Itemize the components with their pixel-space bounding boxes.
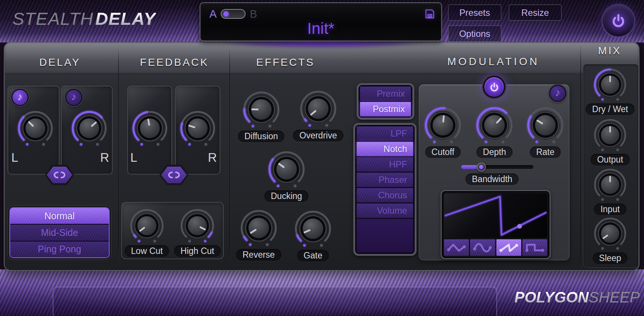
output-unit: Output — [591, 117, 629, 166]
dry-wet-knob[interactable] — [592, 67, 628, 103]
preset-name[interactable]: Init* — [200, 20, 441, 38]
delay-time-right-knob[interactable] — [70, 109, 109, 148]
modulation-tempo-sync-note-icon[interactable]: ♪ — [549, 85, 566, 102]
footer-info-box — [53, 287, 497, 316]
feedback-right-knob[interactable] — [178, 109, 217, 148]
low-cut-knob[interactable] — [128, 207, 166, 245]
feedback-right-label: R — [208, 150, 217, 165]
output-label: Output — [591, 154, 629, 166]
master-power-button[interactable] — [603, 5, 634, 36]
reverse-unit: Reverse — [236, 208, 281, 261]
gate-knob[interactable] — [293, 208, 333, 249]
low-cut-unit: Low Cut — [125, 207, 169, 257]
high-cut-knob[interactable] — [179, 207, 216, 245]
filter-notch[interactable]: Notch — [357, 142, 413, 156]
lfo-shape-row — [444, 239, 547, 256]
output-knob[interactable] — [592, 117, 628, 153]
dry-wet-label: Dry / Wet — [586, 103, 634, 115]
filter-list-filler — [357, 219, 413, 252]
low-cut-label: Low Cut — [125, 245, 169, 257]
ab-toggle[interactable] — [221, 9, 246, 19]
bandwidth-label: Bandwidth — [465, 173, 519, 185]
filter-type-selector: LPF Notch HPF Phaser Chorus Volume — [353, 123, 417, 256]
feedback-left-knob[interactable] — [130, 109, 169, 148]
routing-selector: Premix Postmix — [357, 83, 414, 120]
gate-label: Gate — [297, 250, 329, 261]
filter-chorus[interactable]: Chorus — [357, 188, 413, 202]
cutoff-unit: Cutoff — [423, 105, 463, 158]
filter-hpf[interactable]: HPF — [357, 157, 413, 172]
options-button[interactable]: Options — [448, 26, 501, 42]
sleep-knob[interactable] — [592, 216, 628, 252]
filter-volume[interactable]: Volume — [357, 204, 413, 218]
slider-track — [461, 165, 533, 169]
input-knob[interactable] — [592, 167, 628, 203]
rate-knob[interactable] — [525, 105, 566, 146]
high-cut-label: High Cut — [174, 245, 220, 257]
brand-sheep: SHEEP — [589, 289, 640, 305]
reverse-label: Reverse — [236, 249, 281, 261]
presets-button[interactable]: Presets — [448, 5, 501, 21]
lfo-shape-square-button[interactable] — [522, 239, 547, 256]
mode-mid-side[interactable]: Mid-Side — [10, 225, 109, 241]
ab-label-a: A — [209, 8, 217, 20]
ab-toggle-dot — [223, 11, 229, 17]
lfo-shape-sine-button[interactable] — [470, 239, 495, 256]
overdrive-knob[interactable] — [298, 88, 339, 129]
plugin-logo: STEALTHDELAY — [12, 8, 156, 29]
input-label: Input — [594, 204, 626, 215]
cutoff-knob[interactable] — [423, 105, 463, 146]
filter-phaser[interactable]: Phaser — [357, 173, 413, 187]
company-logo: POLYGONSHEEP — [514, 289, 640, 306]
mode-ping-pong[interactable]: Ping Pong — [10, 242, 109, 257]
filter-lpf[interactable]: LPF — [357, 126, 413, 141]
dry-wet-unit: Dry / Wet — [591, 67, 629, 115]
depth-unit: Depth — [474, 105, 515, 158]
depth-knob[interactable] — [474, 105, 515, 146]
divider-delay-feedback — [118, 47, 119, 260]
delay-right-tempo-sync-note-icon[interactable]: ♪ — [65, 89, 82, 106]
effects-section-title: EFFECTS — [244, 56, 327, 68]
ab-row: A B — [209, 8, 435, 20]
bandwidth-slider[interactable] — [461, 163, 533, 172]
delay-left-label: L — [11, 150, 18, 165]
ducking-knob[interactable] — [266, 149, 307, 190]
reverse-knob[interactable] — [238, 208, 279, 248]
lfo-shape-triangle-button[interactable] — [444, 239, 469, 256]
divider-modulation-mix — [580, 44, 581, 269]
saw-waveform-plot — [444, 193, 547, 238]
lfo-shape-saw-button[interactable] — [496, 239, 521, 256]
plugin-window: STEALTHDELAY A B Init* Presets Resize Op… — [0, 0, 644, 316]
resize-button[interactable]: Resize — [509, 5, 562, 21]
routing-postmix[interactable]: Postmix — [360, 102, 411, 116]
ducking-unit: Ducking — [264, 149, 308, 202]
delay-section-title: DELAY — [22, 56, 98, 68]
delay-time-left-knob[interactable] — [16, 109, 55, 148]
lfo-phase-dot — [517, 224, 522, 228]
cutoff-label: Cutoff — [425, 146, 461, 158]
delay-right-label: R — [100, 150, 109, 165]
diffusion-knob[interactable] — [241, 89, 282, 130]
delay-left-tempo-sync-note-icon[interactable]: ♪ — [11, 89, 29, 106]
diffusion-label: Diffusion — [238, 131, 284, 142]
chain-link-icon — [51, 170, 68, 179]
modulation-section-title: MODULATION — [435, 56, 551, 68]
modulation-power-button[interactable] — [483, 76, 505, 98]
sleep-unit: Sleep — [591, 216, 629, 264]
note-icon: ♪ — [71, 92, 76, 102]
rate-unit: Rate — [525, 105, 566, 158]
ducking-label: Ducking — [264, 190, 308, 202]
brand-polygon: POLYGON — [514, 289, 589, 305]
save-preset-icon[interactable] — [424, 8, 435, 20]
chain-link-icon — [165, 170, 183, 179]
note-icon: ♪ — [17, 92, 23, 102]
rate-label: Rate — [530, 146, 561, 158]
routing-premix[interactable]: Premix — [360, 87, 411, 101]
preset-display: A B Init* — [200, 2, 442, 41]
triangle-wave-icon — [446, 241, 467, 254]
slider-thumb[interactable] — [477, 163, 486, 172]
feedback-left-label: L — [130, 150, 137, 165]
lfo-waveform-display — [444, 193, 547, 238]
note-icon: ♪ — [555, 88, 560, 98]
mode-normal[interactable]: Normal — [10, 208, 109, 225]
